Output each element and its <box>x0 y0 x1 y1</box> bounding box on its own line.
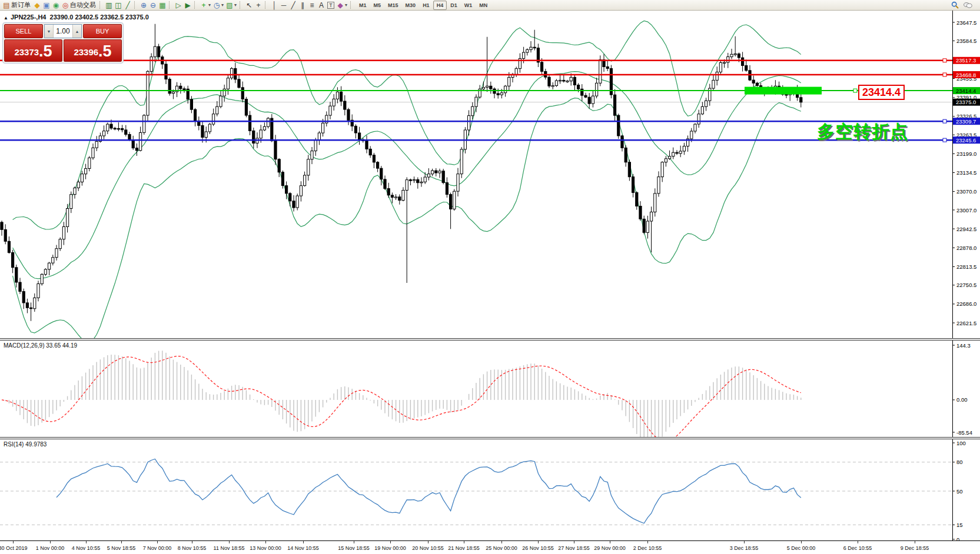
periods-icon[interactable]: ◷ <box>212 1 221 10</box>
signal-icon[interactable]: ◉ <box>51 1 61 10</box>
timeframe-button-h4[interactable]: H4 <box>433 1 447 10</box>
buy-price-frac: .5 <box>98 42 112 60</box>
volume-input[interactable]: 1.00 <box>54 25 72 38</box>
time-label: 3 Dec 18:55 <box>717 545 770 551</box>
autotrade-label[interactable]: 自动交易 <box>70 1 96 9</box>
macd-signal-line <box>2 356 801 438</box>
sell-price-display[interactable]: 23373.5 <box>4 39 62 62</box>
buy-button[interactable]: BUY <box>83 24 122 38</box>
toolbar-separator <box>240 1 242 9</box>
horizontal-line-23468.8[interactable] <box>0 73 952 76</box>
svg-text:22750.5: 22750.5 <box>956 282 976 288</box>
zoom-out-icon[interactable]: ⊖ <box>148 1 158 10</box>
rsi-panel[interactable]: RSI(14) 49.9783 1008050150 <box>0 439 980 540</box>
horizontal-line-23245.6[interactable] <box>0 138 952 142</box>
price-chart-canvas[interactable]: 23647.523584.523455.523391.023326.523263… <box>0 11 980 338</box>
window-icon[interactable]: ▣ <box>42 1 51 10</box>
cursor-icon[interactable]: ↖ <box>244 1 254 10</box>
fibonacci-icon[interactable]: ≡ <box>307 1 317 10</box>
chart-title: ▲JPN225-,H4 23390.0 23402.5 23362.5 2337… <box>4 14 149 21</box>
chart-shift-icon[interactable]: ▶ <box>183 1 192 10</box>
time-tick <box>390 541 391 543</box>
volume-stepper: ▼ 1.00 ▲ <box>44 24 82 38</box>
toolbar-separator <box>350 1 353 9</box>
rsi-axis[interactable]: 1008050150 <box>952 439 966 540</box>
zoom-in-icon[interactable]: ⊕ <box>139 1 148 10</box>
dropdown-caret-icon[interactable]: ▾ <box>234 2 237 8</box>
timeframe-button-w1[interactable]: W1 <box>461 1 476 10</box>
horizontal-line-icon[interactable]: ─ <box>279 1 288 10</box>
dropdown-caret-icon[interactable]: ▾ <box>208 2 211 8</box>
indicators-icon[interactable]: + <box>199 1 208 10</box>
trendline-icon[interactable]: ╱ <box>288 1 298 10</box>
time-label: 14 Nov 10:55 <box>277 545 330 551</box>
auto-scroll-icon[interactable]: ▷ <box>174 1 183 10</box>
template-icon[interactable]: ▧ <box>225 1 234 10</box>
top-toolbar: ▤新订单◆▣◉◎自动交易▥◫╱⊕⊖▦▷▶+▾◷▾▧▾↖+│─╱∥≡AT◆▾ M1… <box>0 0 980 11</box>
time-tick <box>303 541 304 543</box>
collapse-triangle-icon[interactable]: ▲ <box>4 15 8 21</box>
crosshair-icon[interactable]: + <box>254 1 263 10</box>
timeframe-button-mn[interactable]: MN <box>476 1 491 10</box>
svg-text:100: 100 <box>956 440 966 446</box>
timeframe-button-m1[interactable]: M1 <box>356 1 370 10</box>
timeframe-button-d1[interactable]: D1 <box>447 1 461 10</box>
macd-panel[interactable]: MACD(12,26,9) 33.65 44.19 144.30.00-85.5… <box>0 341 980 437</box>
timeframe-button-m5[interactable]: M5 <box>370 1 385 10</box>
line-chart-icon[interactable]: ╱ <box>123 1 132 10</box>
svg-text:22942.5: 22942.5 <box>956 226 976 232</box>
arrows-icon[interactable]: ◆ <box>335 1 345 10</box>
turning-point-text[interactable]: 多空转折点 <box>817 120 908 144</box>
autotrade-icon[interactable]: ◎ <box>61 1 70 10</box>
eraser-icon[interactable]: ◆ <box>32 1 42 10</box>
sell-button[interactable]: SELL <box>4 24 43 38</box>
chat-icon[interactable] <box>964 2 972 9</box>
time-tick <box>858 541 858 543</box>
buy-price-display[interactable]: 23396.5 <box>64 39 122 62</box>
svg-text:23375.0: 23375.0 <box>956 99 976 105</box>
time-tick <box>464 541 464 543</box>
rsi-canvas[interactable]: 1008050150 <box>0 439 980 540</box>
price-axis[interactable]: 23647.523584.523455.523391.023326.523263… <box>952 11 980 338</box>
macd-axis[interactable]: 144.30.00-85.54 <box>952 341 972 437</box>
svg-text:23647.5: 23647.5 <box>956 19 976 26</box>
new-order-icon[interactable]: ▤ <box>2 1 11 10</box>
vertical-line-icon[interactable]: │ <box>270 1 279 10</box>
timeframe-button-m30[interactable]: M30 <box>402 1 420 10</box>
time-tick <box>192 541 192 543</box>
volume-decrease-button[interactable]: ▼ <box>45 25 54 38</box>
svg-text:50: 50 <box>956 488 963 495</box>
dropdown-caret-icon[interactable]: ▾ <box>345 2 347 8</box>
svg-text:23517.3: 23517.3 <box>956 57 976 64</box>
toolbar-separator <box>134 1 137 9</box>
one-click-trading-panel: SELL ▼ 1.00 ▲ BUY 23373.5 23396.5 <box>2 22 124 64</box>
highlight-zone-bar[interactable] <box>745 87 822 95</box>
candlestick-chart-icon[interactable]: ◫ <box>114 1 123 10</box>
turning-point-price-label[interactable]: 23414.4 <box>858 85 905 100</box>
toolbar-separator <box>169 1 172 9</box>
main-chart-panel[interactable]: ▲JPN225-,H4 23390.0 23402.5 23362.5 2337… <box>0 11 980 338</box>
search-icon[interactable] <box>951 1 959 9</box>
volume-increase-button[interactable]: ▲ <box>72 25 81 38</box>
text-label-icon[interactable]: T <box>327 2 334 9</box>
equidistant-channel-icon[interactable]: ∥ <box>298 1 307 10</box>
time-tick <box>86 541 87 543</box>
svg-text:23007.0: 23007.0 <box>956 207 976 213</box>
dropdown-caret-icon[interactable]: ▾ <box>221 2 224 8</box>
text-icon[interactable]: A <box>317 1 326 10</box>
toolbar-separator <box>265 1 268 9</box>
bar-chart-icon[interactable]: ▥ <box>104 1 114 10</box>
horizontal-line-23517.3[interactable] <box>0 59 952 62</box>
macd-canvas[interactable]: 144.30.00-85.54 <box>0 341 980 437</box>
time-tick <box>50 541 51 543</box>
buy-price-main: 23396 <box>74 45 98 60</box>
time-label: 9 Dec 18:55 <box>888 545 941 551</box>
time-label: 2 Dec 10:55 <box>621 545 674 551</box>
timeframe-button-h1[interactable]: H1 <box>419 1 433 10</box>
macd-label: MACD(12,26,9) 33.65 44.19 <box>4 342 77 349</box>
chart-symbol-period: JPN225-,H4 <box>11 14 46 21</box>
time-axis[interactable]: 30 Oct 20191 Nov 00:004 Nov 10:555 Nov 1… <box>0 540 980 554</box>
timeframe-button-m15[interactable]: M15 <box>384 1 402 10</box>
new-order-label[interactable]: 新订单 <box>11 1 31 9</box>
tile-windows-icon[interactable]: ▦ <box>158 1 167 10</box>
